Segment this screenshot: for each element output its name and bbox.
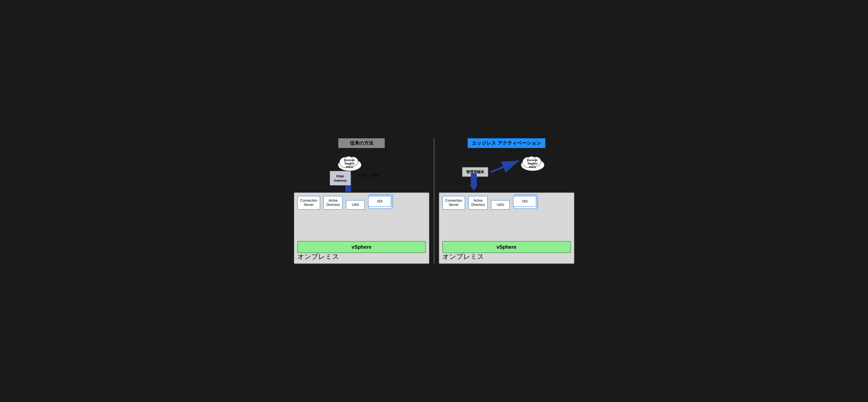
edge-gateway-box: EdgeGateway (330, 171, 351, 185)
left-cloud-label: HorizonControlPlane (344, 159, 354, 169)
left-panel-title: 従来の方法 (338, 138, 385, 148)
left-black-rect (365, 153, 390, 167)
right-active-directory: ActiveDirectory (468, 196, 488, 210)
svg-line-9 (491, 161, 519, 172)
right-arrow-to-cloud (488, 159, 522, 174)
left-components-row: ConnectionServer ActiveDirectory UAG VDI (297, 196, 426, 210)
right-on-premise: ConnectionServer ActiveDirectory UAG VDI… (439, 192, 575, 264)
right-on-premise-label: オンプレミス (442, 252, 484, 261)
left-active-directory: ActiveDirectory (323, 196, 343, 210)
right-top-area: HorizonControlPlane 管理用端末 (439, 150, 575, 192)
right-panel-title: エッジレス アクティベーション (468, 138, 545, 148)
right-vsphere: vSphere (442, 241, 571, 253)
left-cloud: HorizonControlPlane (336, 152, 364, 171)
left-on-premise: ConnectionServer ActiveDirectory UAG VDI… (294, 192, 430, 264)
right-cloud: HorizonControlPlane (519, 152, 547, 171)
right-cloud-label: HorizonControlPlane (527, 159, 537, 169)
left-vsphere: vSphere (297, 241, 426, 253)
right-panel: エッジレス アクティベーション HorizonControlPlane 管理 (439, 138, 575, 264)
right-components-row: ConnectionServer ActiveDirectory UAG VDI (442, 196, 571, 210)
left-vdi-stack: VDI (368, 196, 391, 210)
left-top-area: HorizonControlPlane EdgeGateway { 新しく構築 (294, 150, 430, 192)
right-black-rect (548, 153, 573, 167)
left-on-premise-label: オンプレミス (297, 252, 339, 261)
left-uag: UAG (346, 200, 365, 210)
slide-container: 従来の方法 HorizonControlPlane (289, 134, 579, 268)
new-build-annotation: { 新しく構築 (359, 173, 379, 178)
left-panel: 従来の方法 HorizonControlPlane (294, 138, 430, 264)
right-vdi-stack: VDI (513, 196, 536, 210)
left-connection-server: ConnectionServer (297, 196, 320, 210)
right-connection-server: ConnectionServer (442, 196, 465, 210)
right-arrow-down (470, 173, 477, 191)
panel-divider (434, 138, 435, 264)
right-uag: UAG (491, 200, 510, 210)
